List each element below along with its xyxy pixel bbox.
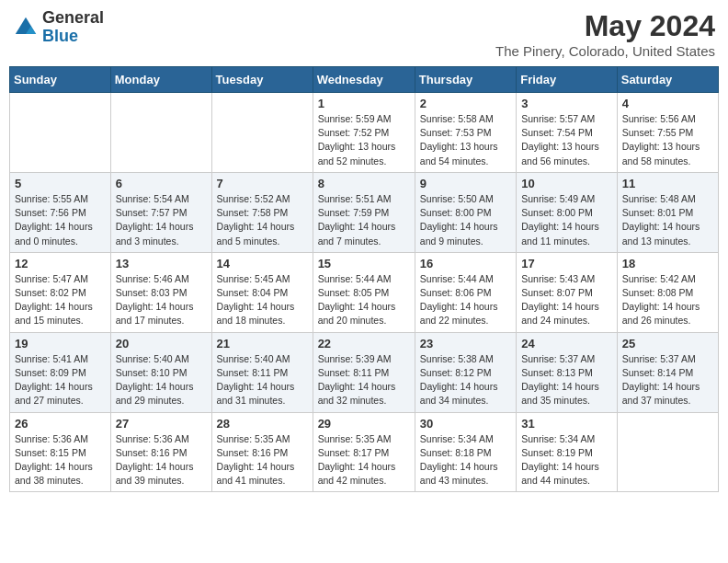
day-number: 2 — [420, 97, 511, 110]
day-info: Sunrise: 5:50 AM Sunset: 8:00 PM Dayligh… — [420, 192, 511, 248]
day-info: Sunrise: 5:35 AM Sunset: 8:17 PM Dayligh… — [318, 432, 410, 488]
day-info: Sunrise: 5:47 AM Sunset: 8:02 PM Dayligh… — [15, 272, 106, 328]
calendar-cell: 16Sunrise: 5:44 AM Sunset: 8:06 PM Dayli… — [415, 252, 516, 332]
day-number: 4 — [622, 97, 713, 110]
calendar-cell: 4Sunrise: 5:56 AM Sunset: 7:55 PM Daylig… — [617, 93, 718, 173]
calendar-cell: 21Sunrise: 5:40 AM Sunset: 8:11 PM Dayli… — [211, 332, 313, 412]
day-info: Sunrise: 5:34 AM Sunset: 8:18 PM Dayligh… — [420, 432, 511, 488]
calendar-cell: 22Sunrise: 5:39 AM Sunset: 8:11 PM Dayli… — [313, 332, 415, 412]
day-number: 22 — [318, 337, 410, 350]
day-info: Sunrise: 5:44 AM Sunset: 8:06 PM Dayligh… — [420, 272, 511, 328]
calendar-cell: 28Sunrise: 5:35 AM Sunset: 8:16 PM Dayli… — [211, 412, 313, 492]
calendar-cell: 11Sunrise: 5:48 AM Sunset: 8:01 PM Dayli… — [617, 172, 718, 252]
page-header: General Blue May 2024 The Pinery, Colora… — [9, 9, 719, 59]
day-info: Sunrise: 5:40 AM Sunset: 8:11 PM Dayligh… — [217, 352, 308, 408]
day-number: 10 — [521, 177, 612, 190]
day-number: 7 — [217, 177, 308, 190]
weekday-header: Saturday — [617, 67, 718, 93]
day-info: Sunrise: 5:37 AM Sunset: 8:14 PM Dayligh… — [622, 352, 713, 408]
day-number: 15 — [318, 257, 410, 270]
day-number: 9 — [420, 177, 511, 190]
day-number: 24 — [521, 337, 612, 350]
calendar-table: SundayMondayTuesdayWednesdayThursdayFrid… — [9, 66, 719, 492]
calendar-week-row: 5Sunrise: 5:55 AM Sunset: 7:56 PM Daylig… — [10, 172, 719, 252]
day-info: Sunrise: 5:55 AM Sunset: 7:56 PM Dayligh… — [15, 192, 106, 248]
calendar-cell: 31Sunrise: 5:34 AM Sunset: 8:19 PM Dayli… — [517, 412, 618, 492]
day-info: Sunrise: 5:51 AM Sunset: 7:59 PM Dayligh… — [318, 192, 410, 248]
day-number: 8 — [318, 177, 410, 190]
day-info: Sunrise: 5:35 AM Sunset: 8:16 PM Dayligh… — [217, 432, 308, 488]
calendar-cell: 29Sunrise: 5:35 AM Sunset: 8:17 PM Dayli… — [313, 412, 415, 492]
month-title: May 2024 — [495, 9, 715, 43]
calendar-cell: 2Sunrise: 5:58 AM Sunset: 7:53 PM Daylig… — [415, 93, 516, 173]
day-number: 30 — [420, 417, 511, 431]
day-number: 25 — [622, 337, 713, 350]
calendar-cell: 14Sunrise: 5:45 AM Sunset: 8:04 PM Dayli… — [211, 252, 313, 332]
day-number: 12 — [15, 257, 106, 270]
day-number: 31 — [521, 417, 612, 431]
logo-text: General Blue — [42, 9, 104, 46]
day-number: 17 — [521, 257, 612, 270]
day-info: Sunrise: 5:37 AM Sunset: 8:13 PM Dayligh… — [521, 352, 612, 408]
day-info: Sunrise: 5:34 AM Sunset: 8:19 PM Dayligh… — [521, 432, 612, 488]
day-number: 26 — [15, 417, 106, 431]
calendar-cell: 15Sunrise: 5:44 AM Sunset: 8:05 PM Dayli… — [313, 252, 415, 332]
day-info: Sunrise: 5:38 AM Sunset: 8:12 PM Dayligh… — [420, 352, 511, 408]
calendar-cell: 12Sunrise: 5:47 AM Sunset: 8:02 PM Dayli… — [10, 252, 111, 332]
calendar-cell: 25Sunrise: 5:37 AM Sunset: 8:14 PM Dayli… — [617, 332, 718, 412]
weekday-header: Wednesday — [313, 67, 415, 93]
location: The Pinery, Colorado, United States — [495, 43, 715, 59]
day-info: Sunrise: 5:58 AM Sunset: 7:53 PM Dayligh… — [420, 112, 511, 168]
day-info: Sunrise: 5:54 AM Sunset: 7:57 PM Dayligh… — [116, 192, 207, 248]
calendar-cell: 18Sunrise: 5:42 AM Sunset: 8:08 PM Dayli… — [617, 252, 718, 332]
day-info: Sunrise: 5:52 AM Sunset: 7:58 PM Dayligh… — [217, 192, 308, 248]
weekday-header: Thursday — [415, 67, 516, 93]
day-number: 11 — [622, 177, 713, 190]
calendar-cell: 5Sunrise: 5:55 AM Sunset: 7:56 PM Daylig… — [10, 172, 111, 252]
day-info: Sunrise: 5:48 AM Sunset: 8:01 PM Dayligh… — [622, 192, 713, 248]
day-info: Sunrise: 5:36 AM Sunset: 8:15 PM Dayligh… — [15, 432, 106, 488]
calendar-cell: 8Sunrise: 5:51 AM Sunset: 7:59 PM Daylig… — [313, 172, 415, 252]
logo-general: General — [42, 9, 104, 28]
weekday-header: Friday — [517, 67, 618, 93]
calendar-week-row: 19Sunrise: 5:41 AM Sunset: 8:09 PM Dayli… — [10, 332, 719, 412]
calendar-cell: 17Sunrise: 5:43 AM Sunset: 8:07 PM Dayli… — [517, 252, 618, 332]
calendar-cell: 23Sunrise: 5:38 AM Sunset: 8:12 PM Dayli… — [415, 332, 516, 412]
day-info: Sunrise: 5:39 AM Sunset: 8:11 PM Dayligh… — [318, 352, 410, 408]
day-info: Sunrise: 5:40 AM Sunset: 8:10 PM Dayligh… — [116, 352, 207, 408]
calendar-cell: 30Sunrise: 5:34 AM Sunset: 8:18 PM Dayli… — [415, 412, 516, 492]
day-info: Sunrise: 5:59 AM Sunset: 7:52 PM Dayligh… — [318, 112, 410, 168]
calendar-cell — [211, 93, 313, 173]
day-number: 23 — [420, 337, 511, 350]
day-info: Sunrise: 5:42 AM Sunset: 8:08 PM Dayligh… — [622, 272, 713, 328]
day-number: 5 — [15, 177, 106, 190]
day-info: Sunrise: 5:46 AM Sunset: 8:03 PM Dayligh… — [116, 272, 207, 328]
calendar-cell: 27Sunrise: 5:36 AM Sunset: 8:16 PM Dayli… — [110, 412, 211, 492]
logo-icon — [13, 15, 39, 40]
day-number: 27 — [116, 417, 207, 431]
calendar-cell: 19Sunrise: 5:41 AM Sunset: 8:09 PM Dayli… — [10, 332, 111, 412]
day-number: 28 — [217, 417, 308, 431]
day-info: Sunrise: 5:57 AM Sunset: 7:54 PM Dayligh… — [521, 112, 612, 168]
day-info: Sunrise: 5:45 AM Sunset: 8:04 PM Dayligh… — [217, 272, 308, 328]
day-info: Sunrise: 5:49 AM Sunset: 8:00 PM Dayligh… — [521, 192, 612, 248]
day-number: 20 — [116, 337, 207, 350]
weekday-header: Monday — [110, 67, 211, 93]
calendar-cell — [110, 93, 211, 173]
day-info: Sunrise: 5:43 AM Sunset: 8:07 PM Dayligh… — [521, 272, 612, 328]
title-block: May 2024 The Pinery, Colorado, United St… — [495, 9, 715, 59]
calendar-cell — [10, 93, 111, 173]
day-number: 13 — [116, 257, 207, 270]
weekday-header: Sunday — [10, 67, 111, 93]
calendar-cell: 6Sunrise: 5:54 AM Sunset: 7:57 PM Daylig… — [110, 172, 211, 252]
calendar-cell: 24Sunrise: 5:37 AM Sunset: 8:13 PM Dayli… — [517, 332, 618, 412]
day-number: 1 — [318, 97, 410, 110]
weekday-header: Tuesday — [211, 67, 313, 93]
calendar-week-row: 12Sunrise: 5:47 AM Sunset: 8:02 PM Dayli… — [10, 252, 719, 332]
day-number: 21 — [217, 337, 308, 350]
calendar-cell: 7Sunrise: 5:52 AM Sunset: 7:58 PM Daylig… — [211, 172, 313, 252]
day-number: 29 — [318, 417, 410, 431]
day-number: 14 — [217, 257, 308, 270]
day-number: 16 — [420, 257, 511, 270]
day-info: Sunrise: 5:44 AM Sunset: 8:05 PM Dayligh… — [318, 272, 410, 328]
